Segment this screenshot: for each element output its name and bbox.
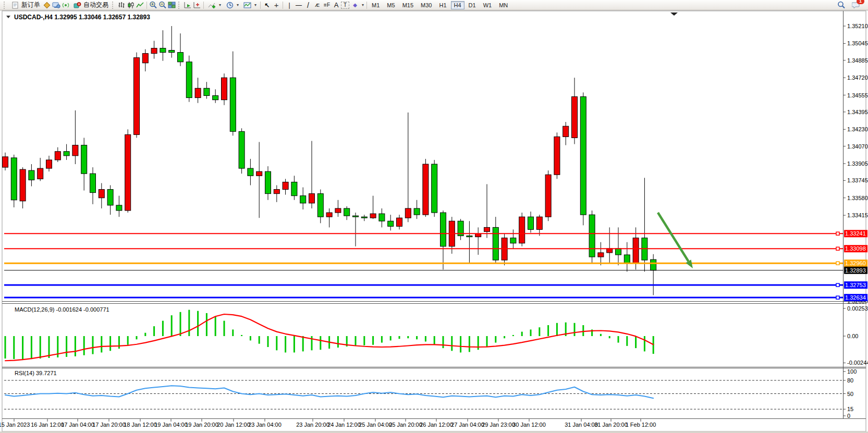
candle [554,132,560,179]
chevron-down-icon: ▾ [219,3,221,7]
time-label: 19 Jan 20:00 [185,422,218,428]
candle-body [142,54,148,63]
ledger-icon[interactable] [42,1,52,9]
time-label: 19 Jan 04:00 [154,422,188,428]
hline-handle[interactable] [836,283,839,287]
price-label-text: 1.32893 [845,267,866,274]
candle-body [563,126,569,137]
toolbar-grip [112,2,115,9]
candle-body [274,190,279,194]
tile-windows-icon[interactable] [167,1,177,9]
main-toolbar: 新订单 自动交易 ▾ [0,0,868,10]
candle-body [81,145,87,174]
candle-body [572,97,578,138]
time-label: 31 Jan 04:00 [565,422,598,428]
search-icon[interactable] [837,1,846,9]
chart-frame [0,11,868,433]
text-tool-icon[interactable]: A [332,1,341,9]
candle-body [90,174,96,192]
chart-shift-icon[interactable] [192,1,202,9]
candle-body [230,78,236,131]
time-label: 25 Jan 04:00 [359,422,392,428]
time-label: 23 Jan 04:00 [248,422,282,428]
candlestick-chart-icon[interactable] [126,1,136,9]
timeframe-button-D1[interactable]: D1 [466,1,479,9]
timeframe-button-M30[interactable]: M30 [418,1,435,9]
candle-body [370,214,376,218]
rsi-tick-label: 0 [847,413,850,419]
macd-label: MACD(12,26,9) -0.001624 -0.000771 [15,306,109,313]
hline-handle[interactable] [836,247,839,250]
toolbar-separator [366,2,367,9]
hline-handle[interactable] [836,232,839,235]
candle-body [545,175,551,217]
candle-body [151,48,157,53]
timeframe-button-M5[interactable]: M5 [384,1,398,9]
candle-body [204,88,210,95]
cursor-icon[interactable]: ↖ [262,1,272,9]
candle-body [475,234,481,237]
price-label-text: 1.32634 [845,294,866,301]
channel-tool-icon[interactable]: ⁄⁄E [313,1,322,9]
notification-badge: 1 [857,0,864,4]
zoom-in-icon[interactable] [149,1,158,9]
candle-body [624,255,630,263]
time-label: 26 Jan 12:00 [420,422,453,428]
candle-body [414,208,420,215]
candle-body [178,53,184,62]
line-chart-icon[interactable] [136,1,145,9]
candle-body [309,194,315,203]
toolbar-grip [178,2,181,9]
candle-body [300,196,306,203]
price-label-text: 1.32753 [845,282,866,288]
auto-trading-button[interactable]: 自动交易 [70,1,111,10]
candle-body [580,97,586,215]
candle-body [519,217,525,243]
label-tool-icon[interactable]: T [341,2,349,9]
candle-body [195,88,201,97]
trendline-tool-icon[interactable]: / [303,1,313,9]
crosshair-icon[interactable]: + [272,1,281,9]
vertical-line-tool-icon[interactable]: | [285,1,294,9]
new-order-label: 新订单 [21,1,40,9]
time-label: 18 Jan 12:00 [124,422,157,428]
candle-body [213,96,218,100]
time-label: 20 Jan 12:00 [217,422,250,428]
toolbar-separator [203,2,204,9]
time-label: 1 Feb 12:00 [626,422,656,428]
candle-body [317,194,323,217]
templates-button[interactable]: ▾ [241,1,259,10]
zoom-out-icon[interactable] [158,1,167,9]
hline-handle[interactable] [836,262,839,265]
new-order-button[interactable]: 新订单 [8,1,42,10]
price-tick-label: 1.34395 [847,109,868,115]
hline-handle[interactable] [836,296,839,299]
fibonacci-tool-icon[interactable]: ≡F [322,1,332,9]
timeframe-button-H4[interactable]: H4 [451,1,464,9]
time-label: 24 Jan 12:00 [327,422,361,428]
chevron-down-icon: ▾ [254,3,256,7]
terminal-icon[interactable] [52,1,61,9]
timeframe-button-group: M1M5M15M30H1H4D1W1MN [369,1,511,9]
timeframe-button-M15[interactable]: M15 [399,1,417,9]
timeframes-button[interactable]: ▾ [223,1,241,10]
signal-icon[interactable] [61,1,70,9]
timeframe-button-M1[interactable]: M1 [369,1,383,9]
candle-body [379,214,385,221]
notifications-icon[interactable]: 1 [851,1,861,9]
indicators-button[interactable]: ▾ [205,1,223,10]
auto-scroll-icon[interactable] [183,1,192,9]
candle-body [528,217,534,229]
timeframe-button-MN[interactable]: MN [496,1,511,9]
timeframe-button-W1[interactable]: W1 [480,1,495,9]
shapes-button[interactable]: ◆▾ [349,1,365,10]
candle-body [589,215,595,257]
auto-trading-label: 自动交易 [83,1,108,9]
timeframe-button-H1[interactable]: H1 [436,1,449,9]
add-indicator-icon [207,1,217,9]
bar-chart-icon[interactable] [117,1,126,9]
chart-canvas[interactable]: 1.352101.350451.348851.347201.345551.343… [0,10,868,433]
candle-body [55,152,60,160]
price-tick-label: 1.35210 [847,23,868,29]
horizontal-line-tool-icon[interactable]: — [294,1,303,9]
